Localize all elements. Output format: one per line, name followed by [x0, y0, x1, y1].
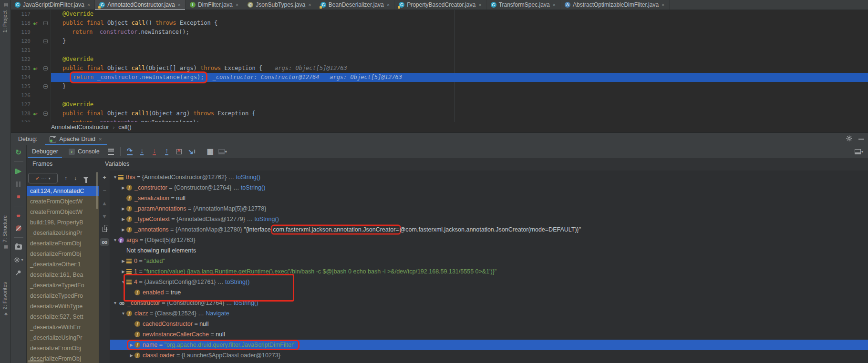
variable-row-_serialization[interactable]: f_serialization = null — [110, 193, 868, 203]
variable-row-0[interactable]: ▶0 = "added" — [110, 256, 868, 266]
evaluate-expression-icon[interactable]: ▦ — [204, 146, 217, 157]
chevron-expanded-icon[interactable]: ▼ — [112, 175, 118, 180]
stack-frame-row[interactable]: deserialize:527, Sett — [27, 312, 99, 322]
stack-frame-row[interactable]: deserializeWithType — [27, 301, 99, 312]
thread-selector-dropdown[interactable]: ✓ ... ▾ — [28, 173, 58, 183]
editor-line-128[interactable]: 128●↑−public final Object call1(Object a… — [10, 109, 868, 118]
debug-session-tab[interactable]: Apache Druid × — [45, 133, 106, 145]
frames-vertical-scrollbar[interactable] — [96, 172, 98, 209]
value-action-link[interactable]: toString() — [236, 174, 260, 181]
variable-row-this[interactable]: ▼this = {AnnotatedConstructor@12762} … t… — [110, 172, 868, 182]
breadcrumb-method[interactable]: call() — [118, 124, 131, 131]
fold-marker-icon[interactable]: − — [43, 21, 48, 25]
chevron-collapsed-icon[interactable]: ▶ — [120, 206, 126, 211]
stack-frame-row[interactable]: _deserializeOther:1 — [27, 259, 99, 270]
close-tab-icon[interactable]: × — [87, 2, 90, 8]
variable-row[interactable]: Not showing null elements — [110, 245, 868, 256]
previous-frame-icon[interactable]: ↑ — [64, 175, 67, 182]
stop-program-icon[interactable]: ■ — [10, 192, 26, 202]
variable-row[interactable]: ▶f — [110, 361, 868, 363]
add-watch-icon[interactable]: + — [100, 174, 109, 182]
value-action-link[interactable]: toString() — [254, 216, 279, 222]
chevron-collapsed-icon[interactable]: ▶ — [120, 227, 126, 232]
variable-row-_annotations[interactable]: ▶f_annotations = {AnnotationMap@12780} "… — [110, 224, 868, 235]
chevron-collapsed-icon[interactable]: ▶ — [128, 353, 134, 358]
editor-tab[interactable]: @JsonSubTypes.java× — [243, 0, 316, 10]
variable-row-1[interactable]: ▶1 = "function(value) {java.lang.Runtime… — [110, 266, 868, 277]
chevron-collapsed-icon[interactable]: ▶ — [120, 185, 126, 190]
stack-frame-row[interactable]: deserializeFromObj — [27, 238, 99, 249]
value-action-link[interactable]: toString() — [241, 184, 265, 191]
stack-frame-row[interactable]: deserializeFromObj — [27, 343, 99, 353]
chevron-expanded-icon[interactable]: ▼ — [112, 301, 118, 305]
variable-row-clazz[interactable]: ▼fclazz = {Class@12524} … Navigate — [110, 308, 868, 319]
editor-line-124[interactable]: 124return _constructor.newInstance(args)… — [10, 73, 868, 82]
editor-line-119[interactable]: 119return _constructor.newInstance(); — [10, 28, 868, 37]
close-tab-icon[interactable]: × — [661, 2, 664, 8]
variable-row-enabled[interactable]: fenabled = true — [110, 287, 868, 298]
chevron-expanded-icon[interactable]: ▼ — [112, 238, 118, 242]
variable-row-classLoader[interactable]: ▶fclassLoader = {Launcher$AppClassLoader… — [110, 350, 868, 361]
chevron-collapsed-icon[interactable]: ▶ — [120, 269, 126, 274]
editor-line-127[interactable]: 127@Override — [10, 100, 868, 109]
value-action-link[interactable]: toString() — [234, 300, 258, 306]
restore-layout-icon[interactable] — [855, 149, 861, 154]
stack-frame-row[interactable]: deserialize:161, Bea — [27, 270, 99, 280]
editor-tab[interactable]: IDimFilter.java× — [186, 0, 243, 10]
frames-horizontal-scrollbar[interactable] — [28, 360, 44, 363]
variable-row-args[interactable]: ▼pargs = {Object[5]@12763} — [110, 235, 868, 245]
minimize-icon[interactable] — [858, 139, 864, 140]
editor-line-118[interactable]: 118●↑−public final Object call() throws … — [10, 19, 868, 28]
variable-row-_paramAnnotations[interactable]: ▶f_paramAnnotations = {AnnotationMap[5]@… — [110, 203, 868, 214]
close-session-icon[interactable]: × — [99, 136, 102, 142]
fold-marker-icon[interactable]: − — [43, 66, 48, 71]
step-out-icon[interactable]: ↑ — [161, 146, 173, 157]
variable-row-cachedConstructor[interactable]: fcachedConstructor = null — [110, 319, 868, 329]
settings-gear-icon[interactable] — [846, 135, 853, 143]
step-into-icon[interactable]: ↓ — [136, 146, 148, 157]
fold-marker-icon[interactable]: − — [43, 39, 48, 43]
step-over-icon[interactable]: ↷ — [124, 146, 136, 157]
more-options-menu-icon[interactable] — [105, 146, 117, 157]
chevron-expanded-icon[interactable]: ▼ — [120, 280, 126, 284]
stack-frame-row[interactable]: build:198, PropertyB — [27, 217, 99, 228]
filter-frames-icon[interactable] — [83, 175, 88, 182]
editor-line-125[interactable]: 125−} — [10, 82, 868, 91]
close-tab-icon[interactable]: × — [553, 2, 556, 8]
editor-line-126[interactable]: 126 — [10, 91, 868, 100]
stack-frame-row[interactable]: _deserializeUsingPr — [27, 228, 99, 238]
chevron-collapsed-icon[interactable]: ▶ — [120, 217, 126, 222]
editor-line-122[interactable]: 122@Override — [10, 55, 868, 64]
chevron-expanded-icon[interactable]: ▼ — [120, 311, 126, 316]
editor-line-129[interactable]: 129return _constructor.newInstance(arg); — [10, 118, 868, 122]
editor-line-123[interactable]: 123●↑−public final Object call(Object[] … — [10, 64, 868, 73]
stack-frame-row[interactable]: createFromObjectW — [27, 196, 99, 207]
stack-frame-row[interactable]: deserializeFromObj — [27, 249, 99, 259]
stack-frame-row[interactable]: createFromObjectW — [27, 207, 99, 217]
editor-tab[interactable]: CAnnotatedConstructor.java× — [95, 0, 186, 10]
editor-tab[interactable]: CJavaScriptDimFilter.java× — [10, 0, 95, 10]
tool-button-structure[interactable]: ▦ 7: Structure — [1, 215, 9, 250]
breadcrumb-class[interactable]: AnnotatedConstructor — [51, 124, 109, 131]
fold-marker-icon[interactable]: − — [43, 84, 48, 89]
close-tab-icon[interactable]: × — [308, 2, 311, 8]
override-method-icon[interactable]: ●↑ — [33, 19, 38, 28]
thread-dump-camera-icon[interactable] — [10, 242, 26, 252]
settings-gear-icon[interactable]: ▾ — [10, 255, 26, 264]
editor-tab[interactable]: CTransformSpec.java× — [486, 0, 560, 10]
copy-value-icon[interactable] — [100, 225, 109, 233]
variable-row-_typeContext[interactable]: ▶f_typeContext = {AnnotatedClass@12779} … — [110, 214, 868, 224]
stack-frame-row[interactable]: _deserializeUsingPr — [27, 333, 99, 343]
force-step-into-icon[interactable]: ↓ — [148, 146, 161, 157]
tool-button-project[interactable]: 1: Project ▤ — [1, 3, 9, 32]
run-to-cursor-icon[interactable]: ↘I — [186, 146, 198, 157]
stack-frame-row[interactable]: deserializeTypedFro — [27, 291, 99, 301]
chevron-collapsed-icon[interactable]: ▶ — [120, 259, 126, 263]
variable-row-_constructor[interactable]: ▼oo_constructor = {Constructor@12764} … … — [110, 298, 868, 308]
stack-frame-row[interactable]: _deserializeWithErr — [27, 322, 99, 333]
editor-line-121[interactable]: 121 — [10, 46, 868, 55]
value-action-link[interactable]: Navigate — [206, 310, 229, 317]
close-tab-icon[interactable]: × — [387, 2, 390, 8]
close-tab-icon[interactable]: × — [478, 2, 481, 8]
override-method-icon[interactable]: ●↑ — [33, 109, 38, 119]
